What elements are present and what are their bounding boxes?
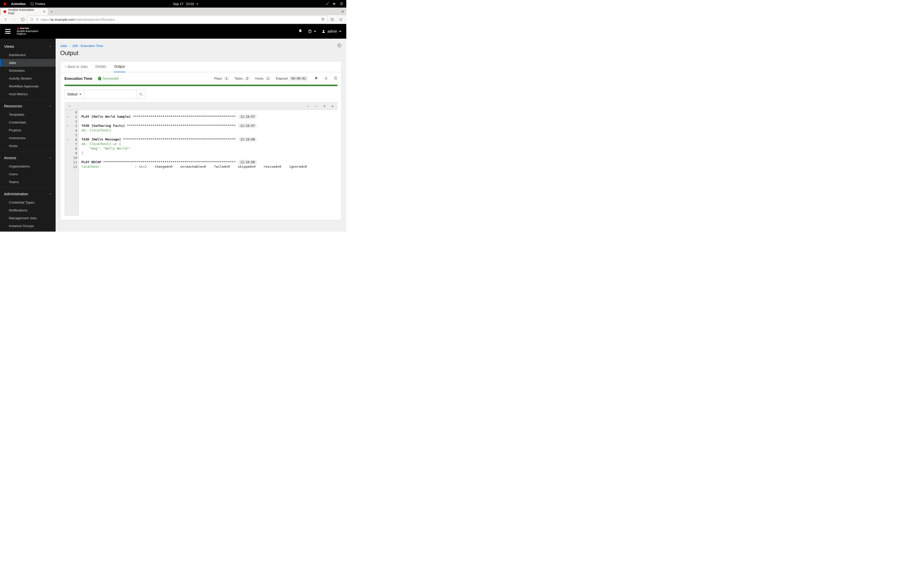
nav-back-button[interactable] [2, 16, 9, 23]
scroll-top-button[interactable] [322, 103, 327, 108]
line-toggle-icon[interactable] [65, 125, 71, 127]
stat-hosts: Hosts1 [255, 76, 271, 81]
activities-button[interactable]: Activities [11, 2, 26, 6]
sidebar-item-users[interactable]: Users [0, 170, 56, 178]
sidebar: ViewsDashboardJobsSchedulesActivity Stre… [0, 39, 56, 232]
window-close-button[interactable]: ✕ [339, 8, 346, 15]
brand-logo[interactable]: Red Hat Ansible Automation Platform [17, 27, 39, 36]
scroll-down-button[interactable] [314, 103, 319, 108]
breadcrumb-job[interactable]: 105 - Execution Time [72, 44, 103, 48]
stat-plays: Plays1 [214, 76, 229, 81]
chevron-down-icon [49, 192, 52, 196]
tab-output[interactable]: Output [114, 61, 125, 72]
sidebar-item-organizations[interactable]: Organizations [0, 162, 56, 170]
sidebar-item-jobs[interactable]: Jobs [0, 59, 56, 67]
check-circle-icon [98, 77, 101, 80]
browser-tab-active[interactable]: Ansible Automation Platf ✕ [1, 8, 48, 15]
delete-button[interactable] [334, 76, 337, 81]
scroll-bottom-button[interactable] [330, 103, 335, 108]
scroll-up-button[interactable] [306, 103, 311, 108]
collapse-all-button[interactable] [67, 103, 72, 108]
sidebar-item-hosts[interactable]: Hosts [0, 142, 56, 150]
console-line: ok: [localhost] => { [81, 142, 335, 146]
browser-toolbar: https://ac.example.com/#/jobs/playbook/1… [0, 15, 346, 24]
notifications-icon[interactable] [298, 29, 302, 34]
sidebar-item-management-jobs[interactable]: Management Jobs [0, 214, 56, 222]
console-line: PLAY [Hello World Sample] **************… [81, 115, 335, 119]
notification-dot-icon [197, 3, 198, 5]
sidebar-item-credentials[interactable]: Credentials [0, 118, 56, 126]
back-to-jobs-link[interactable]: Back to Jobs [65, 65, 88, 69]
svg-rect-7 [36, 19, 38, 20]
line-number: 10 [71, 156, 79, 160]
browser-menu-button[interactable] [337, 16, 344, 23]
bookmark-star-icon[interactable] [321, 17, 325, 22]
sidebar-item-host-metrics[interactable]: Host Metrics [0, 90, 56, 98]
nav-forward-button[interactable] [11, 16, 18, 23]
current-app[interactable]: Firefox [30, 2, 45, 6]
console-line: TASK [Hello Message] *******************… [81, 137, 335, 142]
nav-section-administration[interactable]: Administration [0, 189, 56, 199]
timestamp-pill: 12:16:08 [238, 137, 257, 142]
output-mode-dropdown[interactable]: Stdout [65, 90, 84, 99]
pocket-icon[interactable] [329, 16, 336, 23]
sidebar-item-notifications[interactable]: Notifications [0, 206, 56, 214]
console-line [81, 132, 335, 137]
line-number: 5 [71, 133, 79, 137]
sidebar-item-workflow-approvals[interactable]: Workflow Approvals [0, 82, 56, 90]
svg-point-2 [326, 5, 327, 5]
app-top-bar: Red Hat Ansible Automation Platform admi… [0, 24, 346, 39]
gnome-date[interactable]: Sep 17 [173, 2, 183, 6]
output-card: Back to Jobs Details Output Execution Ti… [60, 61, 342, 220]
network-icon[interactable] [325, 2, 329, 6]
search-button[interactable] [136, 90, 145, 99]
volume-icon[interactable] [333, 2, 336, 6]
sidebar-item-schedules[interactable]: Schedules [0, 67, 56, 74]
user-label: admin [328, 29, 337, 33]
new-tab-button[interactable]: ＋ [48, 8, 55, 15]
page-title: Output [60, 50, 342, 57]
nav-section-views[interactable]: Views [0, 42, 56, 51]
nav-reload-button[interactable] [19, 16, 26, 23]
svg-point-9 [308, 30, 311, 33]
line-number: 4 [71, 129, 79, 132]
nav-section-access[interactable]: Access [0, 153, 56, 162]
sidebar-item-credential-types[interactable]: Credential Types [0, 199, 56, 206]
tab-close-button[interactable]: ✕ [42, 10, 46, 13]
sidebar-item-inventories[interactable]: Inventories [0, 134, 56, 142]
user-icon [322, 29, 325, 33]
sidebar-item-instance-groups[interactable]: Instance Groups [0, 222, 56, 230]
svg-point-8 [17, 27, 19, 29]
sidebar-item-activity-stream[interactable]: Activity Stream [0, 74, 56, 82]
gnome-top-bar: Activities Firefox Sep 17 23:02 [0, 0, 346, 8]
console-line: "msg": "Hello World!" [81, 146, 335, 151]
gnome-time[interactable]: 23:02 [186, 2, 194, 6]
breadcrumb-separator-icon: › [69, 44, 70, 48]
power-icon[interactable] [340, 2, 343, 6]
download-button[interactable] [324, 76, 328, 81]
tab-details[interactable]: Details [95, 61, 107, 72]
sidebar-item-dashboard[interactable]: Dashboard [0, 51, 56, 59]
sidebar-toggle-button[interactable] [5, 29, 11, 34]
output-search-input[interactable] [84, 90, 136, 99]
console-output[interactable]: PLAY [Hello World Sample] **************… [79, 110, 337, 216]
caret-down-icon [314, 31, 316, 32]
help-menu[interactable] [308, 29, 316, 33]
url-bar[interactable]: https://ac.example.com/#/jobs/playbook/1… [28, 16, 327, 23]
sidebar-item-projects[interactable]: Projects [0, 126, 56, 134]
relaunch-button[interactable] [314, 76, 319, 81]
breadcrumb-jobs[interactable]: Jobs [60, 44, 67, 48]
user-menu[interactable]: admin [322, 29, 341, 33]
browser-tab-bar: Ansible Automation Platf ✕ ＋ ✕ [0, 8, 346, 15]
line-toggle-icon[interactable] [65, 116, 71, 118]
svg-point-4 [328, 3, 329, 3]
history-icon[interactable] [337, 43, 342, 48]
sidebar-item-templates[interactable]: Templates [0, 111, 56, 118]
svg-point-12 [139, 93, 142, 95]
sidebar-item-teams[interactable]: Teams [0, 178, 56, 186]
nav-section-resources[interactable]: Resources [0, 101, 56, 111]
line-toggle-icon[interactable] [65, 139, 71, 141]
console-line [81, 110, 335, 115]
svg-point-10 [310, 32, 310, 32]
content-area: Jobs › 105 - Execution Time Output Back … [56, 39, 346, 232]
